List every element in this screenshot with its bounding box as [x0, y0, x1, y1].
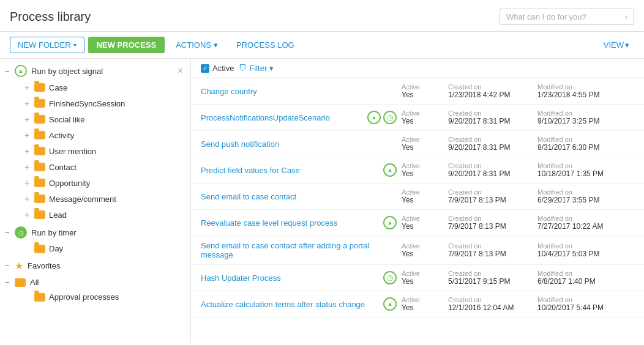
folder-icon — [34, 210, 45, 219]
process-name-link[interactable]: Change country — [201, 87, 402, 96]
process-icons — [383, 216, 397, 229]
folder-icon — [34, 293, 45, 302]
folder-icon — [34, 195, 45, 203]
sidebar-group-all[interactable]: − All — [0, 274, 190, 289]
process-meta: ActiveYesCreated on1/23/2018 4:42 PMModi… — [402, 83, 634, 99]
created-on-label: Created on — [448, 188, 528, 196]
active-block: ActiveYes — [402, 162, 438, 178]
process-icons — [383, 271, 397, 284]
new-folder-button[interactable]: NEW FOLDER ▾ — [10, 37, 84, 53]
table-row: Send push notificationActiveYesCreated o… — [191, 131, 644, 157]
process-name-link[interactable]: Reevaluate case level request process — [201, 218, 383, 228]
sidebar-item-finished-sync-session[interactable]: + FinishedSyncSession — [0, 95, 190, 111]
created-on-value: 12/1/2016 12:04 AM — [448, 303, 528, 312]
process-name-link[interactable]: ProcessNotificationsUpdateScenario — [201, 113, 367, 122]
sidebar-group-run-by-object-signal[interactable]: − ▲ Run by object signal × — [0, 61, 190, 80]
modified-on-value: 10/4/2017 5:03 PM — [537, 250, 617, 258]
sidebar-item-approval-processes[interactable]: Approval processes — [0, 289, 190, 305]
modified-on-label: Modified on — [537, 270, 617, 277]
sidebar-item-activity[interactable]: + Activity — [0, 127, 190, 143]
new-process-button[interactable]: NEW PROCESS — [88, 37, 165, 53]
modified-on-block: Modified on7/27/2017 10:22 AM — [537, 215, 617, 231]
table-row: Predict field values for CaseActiveYesCr… — [191, 157, 644, 184]
active-block: ActiveYes — [402, 296, 438, 312]
modified-on-value: 6/29/2017 3:55 PM — [537, 196, 617, 204]
expand-icon: + — [24, 210, 34, 220]
process-log-button[interactable]: PROCESS LOG — [229, 37, 302, 53]
sidebar-item-opportunity[interactable]: + Opportunity — [0, 175, 190, 191]
modified-on-block: Modified on10/4/2017 5:03 PM — [537, 242, 617, 258]
modified-on-value: 1/23/2018 4:55 PM — [537, 91, 617, 99]
created-on-block: Created on7/9/2017 8:13 PM — [448, 188, 528, 204]
process-name-link[interactable]: Send email to case contact after adding … — [201, 241, 402, 259]
sidebar-item-user-mention[interactable]: + User mention — [0, 143, 190, 159]
sidebar-item-label: Lead — [49, 210, 67, 220]
created-on-label: Created on — [448, 162, 528, 169]
process-name-link[interactable]: Send email to case contact — [201, 192, 402, 201]
active-checkbox[interactable] — [201, 64, 209, 73]
folder-icon — [15, 278, 26, 287]
modified-on-block: Modified on9/10/2017 3:25 PM — [537, 109, 617, 125]
modified-on-value: 10/20/2017 5:44 PM — [537, 303, 617, 312]
active-label: Active — [402, 83, 438, 91]
modified-on-label: Modified on — [537, 136, 617, 143]
view-button[interactable]: VIEW ▾ — [599, 37, 634, 53]
triangle-icon — [383, 163, 397, 177]
modified-on-label: Modified on — [537, 188, 617, 196]
active-label: Active — [212, 64, 234, 73]
process-name-link[interactable]: Predict field values for Case — [201, 166, 383, 175]
active-label: Active — [402, 136, 438, 143]
search-box[interactable]: What can I do for you? › — [500, 9, 634, 25]
close-icon[interactable]: × — [178, 65, 183, 76]
modified-on-value: 6/8/2017 1:40 PM — [537, 277, 617, 286]
modified-on-value: 7/27/2017 10:22 AM — [537, 222, 617, 231]
sidebar-item-day[interactable]: Day — [0, 241, 190, 256]
filter-button[interactable]: ⛉ Filter ▾ — [239, 64, 274, 73]
process-meta: ActiveYesCreated on9/20/2017 8:31 PMModi… — [402, 162, 634, 178]
active-value: Yes — [402, 277, 438, 286]
actions-dropdown-icon: ▾ — [214, 40, 218, 50]
sidebar-item-social-like[interactable]: + Social like — [0, 111, 190, 127]
expand-icon: + — [24, 114, 34, 124]
view-dropdown-icon: ▾ — [625, 40, 629, 50]
sidebar-item-case[interactable]: + Case — [0, 80, 190, 95]
process-meta: ActiveYesCreated on9/20/2017 8:31 PMModi… — [402, 109, 634, 125]
active-block: ActiveYes — [402, 188, 438, 204]
content-toolbar: Active ⛉ Filter ▾ — [191, 59, 644, 78]
folder-icon — [34, 115, 45, 124]
table-row: Reevaluate case level request processAct… — [191, 210, 644, 236]
main-toolbar: NEW FOLDER ▾ NEW PROCESS ACTIONS ▾ PROCE… — [0, 32, 644, 59]
sidebar-group-label: Run by timer — [31, 228, 77, 237]
active-block: ActiveYes — [402, 242, 438, 258]
expand-icon: + — [24, 83, 34, 92]
sidebar-item-message-comment[interactable]: + Message/comment — [0, 191, 190, 207]
created-on-label: Created on — [448, 136, 528, 143]
sidebar-item-lead[interactable]: + Lead — [0, 207, 190, 223]
created-on-label: Created on — [448, 83, 528, 91]
actions-button[interactable]: ACTIONS ▾ — [168, 37, 225, 53]
active-filter[interactable]: Active — [201, 64, 234, 73]
process-meta: ActiveYesCreated on7/9/2017 8:13 PMModif… — [402, 242, 634, 258]
triangle-icon — [367, 111, 381, 124]
active-value: Yes — [402, 143, 438, 152]
process-meta: ActiveYesCreated on7/9/2017 8:13 PMModif… — [402, 188, 634, 204]
process-icons — [383, 163, 397, 177]
active-value: Yes — [402, 303, 438, 312]
modified-on-block: Modified on6/29/2017 3:55 PM — [537, 188, 617, 204]
sidebar-item-label: Activity — [49, 131, 74, 140]
table-row: Send email to case contact after adding … — [191, 236, 644, 265]
sidebar-group-run-by-timer[interactable]: − ◷ Run by timer — [0, 223, 190, 241]
sidebar-group-favorites[interactable]: − ★ Favorites — [0, 256, 190, 274]
search-arrow-icon: › — [625, 12, 627, 21]
filter-icon: ⛉ — [239, 64, 247, 73]
active-block: ActiveYes — [402, 136, 438, 152]
modified-on-value: 10/18/2017 1:35 PM — [537, 169, 617, 178]
sidebar-item-label: User mention — [49, 147, 96, 156]
sidebar-item-contact[interactable]: + Contact — [0, 159, 190, 175]
active-label: Active — [402, 215, 438, 222]
active-label: Active — [402, 296, 438, 303]
created-on-block: Created on9/20/2017 8:31 PM — [448, 162, 528, 178]
process-name-link[interactable]: Send push notification — [201, 139, 402, 149]
process-name-link[interactable]: Hash Updater Process — [201, 273, 383, 283]
process-name-link[interactable]: Actualize calculation terms after status… — [201, 300, 383, 309]
